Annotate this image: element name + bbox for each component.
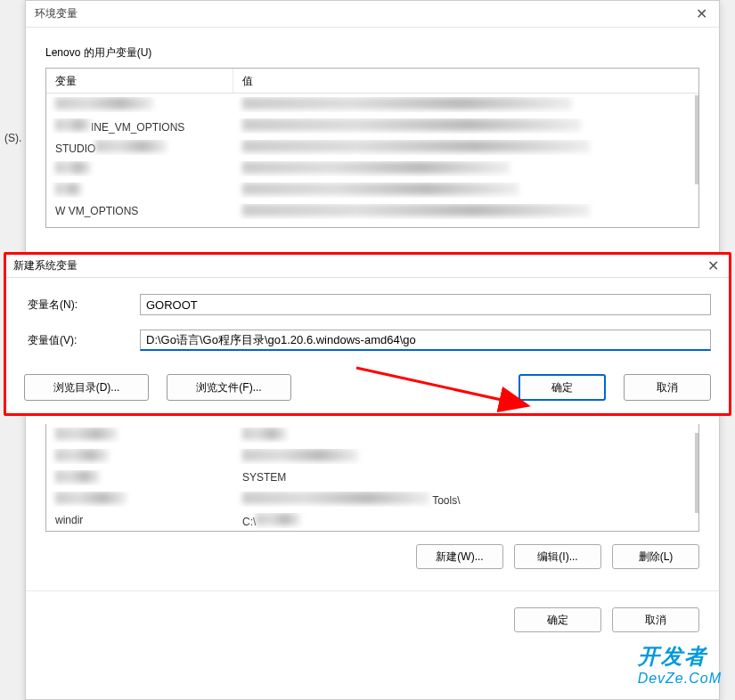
var-value-label: 变量值(V): — [24, 333, 140, 348]
table-row[interactable]: W VM_OPTIONS — [46, 200, 698, 222]
user-vars-section-label: Lenovo 的用户变量(U) — [26, 28, 719, 68]
ok-button[interactable]: 确定 — [514, 607, 601, 632]
table-row[interactable] — [46, 179, 698, 200]
table-row[interactable]: STUDIO — [46, 136, 698, 158]
list-header: 变量 值 — [46, 69, 698, 94]
table-row[interactable] — [46, 158, 698, 179]
table-row[interactable] — [46, 94, 698, 115]
system-vars-list[interactable]: SYSTEM Tools\ windir C:\ — [45, 424, 699, 532]
table-row[interactable]: Tools\ — [46, 488, 698, 509]
system-vars-buttons: 新建(W)... 编辑(I)... 删除(L) — [26, 532, 719, 582]
cancel-button[interactable]: 取消 — [624, 374, 711, 401]
var-name-label: 变量名(N): — [24, 297, 140, 313]
main-titlebar[interactable]: 环境变量 ✕ — [26, 1, 719, 28]
scrollbar[interactable] — [695, 95, 698, 184]
new-system-var-dialog: 新建系统变量 ✕ 变量名(N): 变量值(V): 浏览目录(D)... 浏览文件… — [4, 252, 731, 416]
table-row[interactable]: SYSTEM — [46, 467, 698, 488]
main-dialog-buttons: 确定 取消 — [26, 590, 719, 645]
close-icon[interactable]: ✕ — [692, 5, 710, 22]
close-icon[interactable]: ✕ — [704, 257, 722, 274]
col-header-value[interactable]: 值 — [233, 69, 698, 93]
new-button[interactable]: 新建(W)... — [416, 544, 503, 569]
ok-button[interactable]: 确定 — [519, 374, 606, 401]
browse-file-button[interactable]: 浏览文件(F)... — [167, 374, 291, 401]
table-row[interactable]: INE_VM_OPTIONS — [46, 115, 698, 136]
table-row[interactable]: windir C:\ — [46, 509, 698, 531]
var-name-input[interactable] — [140, 294, 711, 315]
cancel-button[interactable]: 取消 — [612, 607, 699, 632]
browse-dir-button[interactable]: 浏览目录(D)... — [24, 374, 149, 401]
table-row[interactable] — [46, 424, 698, 445]
nv-title: 新建系统变量 — [13, 258, 78, 273]
table-row[interactable] — [46, 445, 698, 467]
user-vars-list[interactable]: 变量 值 INE_VM_OPTIONS STUDIO — [45, 68, 699, 228]
scrollbar[interactable] — [695, 433, 698, 513]
nv-titlebar[interactable]: 新建系统变量 ✕ — [6, 255, 729, 278]
delete-button[interactable]: 删除(L) — [612, 544, 699, 569]
edit-button[interactable]: 编辑(I)... — [514, 544, 601, 569]
left-edge-text: (S). — [4, 132, 21, 144]
col-header-variable[interactable]: 变量 — [46, 69, 233, 93]
main-title: 环境变量 — [35, 6, 78, 21]
var-value-input[interactable] — [140, 330, 711, 351]
